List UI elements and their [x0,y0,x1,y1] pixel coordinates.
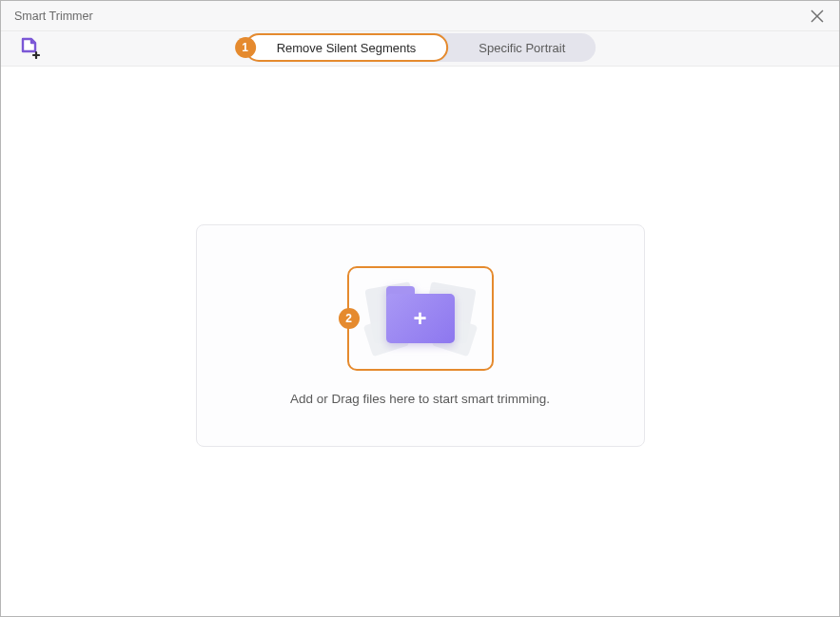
step-badge-2: 2 [339,308,360,329]
file-dropzone[interactable]: 2 + Add or Drag files here to start smar… [196,224,645,447]
folder-add-icon: + [386,294,455,343]
close-icon [811,10,824,23]
tab-pill-group: 1 Remove Silent Segments Specific Portra… [244,33,596,62]
window-title: Smart Trimmer [14,10,93,23]
smart-trimmer-window: Smart Trimmer 1 Remove Silent Segments [0,0,840,617]
tab-group: 1 Remove Silent Segments Specific Portra… [244,33,596,62]
dropzone-hint-text: Add or Drag files here to start smart tr… [290,392,550,406]
folder-illustration: + [368,280,473,357]
add-media-icon[interactable] [16,35,41,60]
tab-label: Remove Silent Segments [277,41,417,55]
toolbar: 1 Remove Silent Segments Specific Portra… [1,31,839,67]
add-files-button[interactable]: 2 + [347,266,494,371]
close-button[interactable] [809,8,826,25]
titlebar: Smart Trimmer [1,1,839,31]
plus-icon: + [413,307,426,330]
step-badge-1: 1 [235,37,256,58]
content-area: 2 + Add or Drag files here to start smar… [1,67,839,616]
tab-label: Specific Portrait [479,41,565,55]
tab-specific-portrait[interactable]: Specific Portrait [448,33,596,62]
tab-remove-silent-segments[interactable]: 1 Remove Silent Segments [244,33,449,62]
